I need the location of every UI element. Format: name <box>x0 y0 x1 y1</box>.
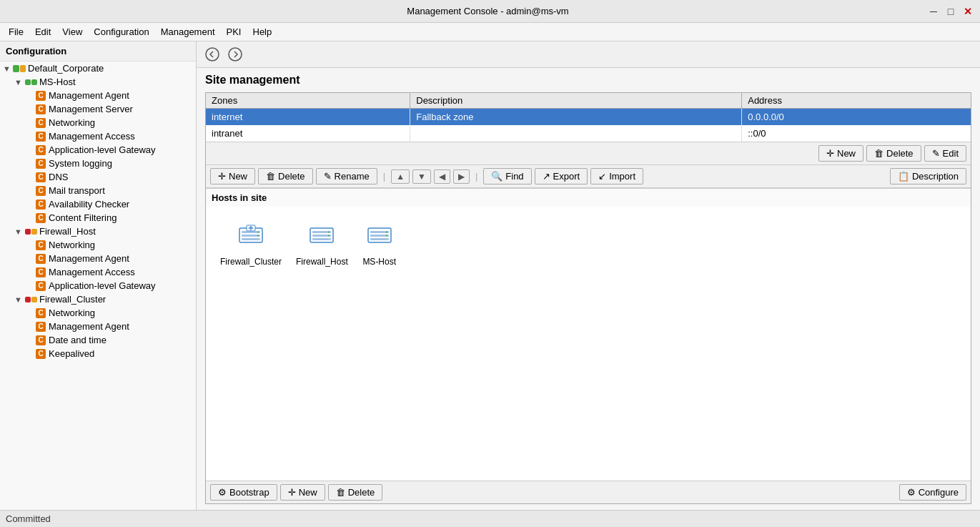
c-badge: C <box>36 240 46 250</box>
cell-address: 0.0.0.0/0 <box>742 109 971 126</box>
hosts-buttons-bar: ⚙ Bootstrap ✛ New 🗑 Delete <box>206 481 971 503</box>
export-button[interactable]: ↗ Export <box>535 168 588 184</box>
edit-icon: ✎ <box>932 148 940 159</box>
sidebar-item-management-agent-fc[interactable]: C Management Agent <box>0 320 196 333</box>
sidebar-item-default-corporate[interactable]: ▼ Default_Corporate <box>0 61 196 75</box>
sidebar-item-system-logging[interactable]: C System logging <box>0 157 196 170</box>
forward-button[interactable] <box>225 44 245 64</box>
svg-point-16 <box>328 235 330 237</box>
host-item-firewall-cluster[interactable]: Firewall_Cluster <box>220 218 282 469</box>
sidebar-item-networking-fc[interactable]: C Networking <box>0 306 196 320</box>
sidebar-item-label: MS-Host <box>39 77 76 87</box>
sidebar-item-content-filtering[interactable]: C Content Filtering <box>0 211 196 225</box>
menu-pki[interactable]: PKI <box>221 24 247 39</box>
toggle-icon: ▼ <box>3 64 13 73</box>
c-badge: C <box>36 145 46 155</box>
find-icon: 🔍 <box>491 171 503 182</box>
table-row[interactable]: internet Fallback zone 0.0.0.0/0 <box>206 109 971 126</box>
host-item-ms-host[interactable]: MS-Host <box>362 218 397 469</box>
plus-icon: ✛ <box>218 171 226 182</box>
hosts-delete-button[interactable]: 🗑 Delete <box>328 484 383 501</box>
delete-button[interactable]: 🗑 Delete <box>258 168 313 184</box>
sidebar-item-mail-transport[interactable]: C Mail transport <box>0 184 196 197</box>
sidebar-item-label: Networking <box>49 307 95 318</box>
c-badge: C <box>36 172 46 182</box>
sidebar-item-firewall-host[interactable]: ▼ Firewall_Host <box>0 225 196 238</box>
bootstrap-button[interactable]: ⚙ Bootstrap <box>210 484 277 501</box>
sidebar-item-label: Keepalived <box>49 348 94 359</box>
col-zones: Zones <box>206 93 410 109</box>
sidebar-item-ms-host[interactable]: ▼ MS-Host <box>0 75 196 89</box>
nav-down-button[interactable]: ▼ <box>412 169 431 184</box>
ms-host-icon <box>367 222 392 248</box>
host-icon <box>24 227 37 237</box>
menu-management[interactable]: Management <box>155 24 221 39</box>
title-bar: Management Console - admin@ms-vm ─ □ ✕ <box>0 0 980 23</box>
new-button[interactable]: ✛ New <box>210 168 255 184</box>
nav-left-button[interactable]: ◀ <box>434 169 450 184</box>
host-label: Firewall_Cluster <box>220 257 282 267</box>
description-button[interactable]: 📋 Description <box>890 168 966 184</box>
zones-new-button[interactable]: ✛ New <box>818 145 863 162</box>
cell-zone: internet <box>206 109 410 126</box>
sidebar-item-firewall-cluster[interactable]: ▼ Firewall_Cluster <box>0 292 196 306</box>
page-title: Site management <box>205 74 971 87</box>
menu-configuration[interactable]: Configuration <box>88 24 154 39</box>
zones-table: Zones Description Address internet Fallb… <box>206 93 971 142</box>
sidebar-item-label: Application-level Gateway <box>49 144 156 155</box>
c-badge: C <box>36 281 46 291</box>
host-icon-container <box>362 218 397 252</box>
configure-button[interactable]: ⚙ Configure <box>899 484 966 501</box>
sidebar-item-management-access-fw[interactable]: C Management Access <box>0 265 196 279</box>
sidebar-item-dns[interactable]: C DNS <box>0 170 196 184</box>
import-button[interactable]: ↙ Import <box>590 168 643 184</box>
menu-edit[interactable]: Edit <box>29 24 56 39</box>
sidebar-item-availability-checker[interactable]: C Availability Checker <box>0 197 196 211</box>
sidebar-item-app-gateway-1[interactable]: C Application-level Gateway <box>0 143 196 157</box>
sidebar-item-networking-1[interactable]: C Networking <box>0 116 196 129</box>
zones-edit-button[interactable]: ✎ Edit <box>924 145 966 162</box>
sidebar-item-management-agent-fw[interactable]: C Management Agent <box>0 252 196 265</box>
c-badge: C <box>36 159 46 169</box>
svg-point-7 <box>257 235 259 237</box>
host-item-firewall-host[interactable]: Firewall_Host <box>296 218 348 469</box>
content-area: Site management Zones Description Add <box>197 41 980 510</box>
sidebar-item-label: DNS <box>49 172 68 182</box>
sidebar-item-keepalived[interactable]: C Keepalived <box>0 347 196 360</box>
close-button[interactable]: ✕ <box>961 5 974 18</box>
hosts-new-button[interactable]: ✛ New <box>280 484 325 501</box>
svg-point-1 <box>229 48 242 61</box>
menu-bar: File Edit View Configuration Management … <box>0 23 980 41</box>
sidebar-item-app-gateway-fw[interactable]: C Application-level Gateway <box>0 279 196 292</box>
svg-point-8 <box>257 239 259 240</box>
sidebar-item-label: Availability Checker <box>49 199 129 210</box>
sidebar-item-management-server[interactable]: C Management Server <box>0 102 196 116</box>
sidebar-item-management-agent-1[interactable]: C Management Agent <box>0 89 196 102</box>
rename-button[interactable]: ✎ Rename <box>316 168 377 184</box>
c-badge: C <box>36 267 46 277</box>
menu-help[interactable]: Help <box>247 24 278 39</box>
toggle-icon: ▼ <box>14 295 24 304</box>
nav-right-button[interactable]: ▶ <box>453 169 470 184</box>
nav-up-button[interactable]: ▲ <box>391 169 410 184</box>
col-address: Address <box>742 93 971 109</box>
sidebar-item-management-access-1[interactable]: C Management Access <box>0 129 196 143</box>
main-layout: Configuration ▼ Default_Corporate ▼ MS-H… <box>0 41 980 510</box>
table-row[interactable]: intranet ::0/0 <box>206 125 971 142</box>
sidebar-item-label: Management Agent <box>49 90 129 101</box>
menu-view[interactable]: View <box>56 24 88 39</box>
menu-file[interactable]: File <box>3 24 29 39</box>
sidebar-item-networking-fw[interactable]: C Networking <box>0 238 196 252</box>
svg-point-22 <box>386 232 387 233</box>
maximize-button[interactable]: □ <box>944 5 957 18</box>
sidebar-item-date-and-time[interactable]: C Date and time <box>0 333 196 347</box>
host-label: MS-Host <box>362 257 396 267</box>
c-badge: C <box>36 308 46 318</box>
forward-arrow-icon <box>228 47 242 61</box>
zones-delete-button[interactable]: 🗑 Delete <box>866 145 921 162</box>
sidebar-item-label: Management Agent <box>49 321 129 332</box>
cell-description <box>410 125 742 142</box>
minimize-button[interactable]: ─ <box>927 5 940 18</box>
back-button[interactable] <box>202 44 222 64</box>
find-button[interactable]: 🔍 Find <box>483 168 531 184</box>
